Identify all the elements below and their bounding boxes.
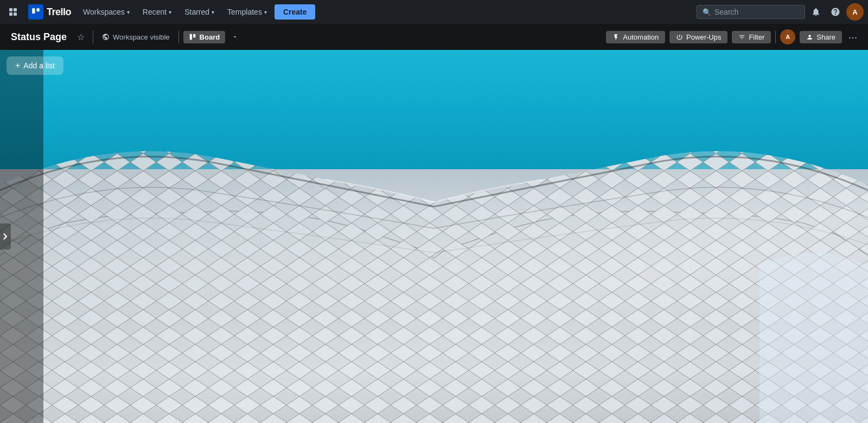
- powerups-button[interactable]: Power-Ups: [669, 31, 727, 43]
- more-options-button[interactable]: ···: [844, 28, 861, 46]
- automation-button[interactable]: Automation: [606, 31, 665, 43]
- starred-menu-button[interactable]: Starred ▾: [179, 4, 220, 20]
- person-icon: [806, 34, 813, 41]
- add-icon: +: [15, 61, 20, 70]
- mesh-svg-overlay: [0, 50, 868, 423]
- app-grid-button[interactable]: [4, 3, 22, 21]
- star-button[interactable]: ☆: [73, 29, 88, 44]
- toolbar-divider-3: [775, 30, 776, 43]
- board-content: + Add a list: [0, 50, 868, 423]
- filter-icon: [738, 34, 745, 41]
- trello-wordmark: Trello: [47, 7, 71, 18]
- svg-rect-3: [14, 12, 17, 16]
- chevron-down-icon: [232, 34, 238, 40]
- workspace-icon: [102, 33, 110, 41]
- notification-button[interactable]: [807, 3, 825, 21]
- board-view-button[interactable]: Board: [183, 31, 226, 43]
- svg-rect-0: [9, 8, 12, 11]
- svg-rect-7: [193, 34, 195, 37]
- chevron-right-icon: [3, 233, 8, 240]
- templates-chevron-icon: ▾: [264, 9, 267, 15]
- lightning-icon: [612, 34, 620, 41]
- toolbar-divider: [93, 30, 93, 43]
- user-avatar-button[interactable]: A: [846, 3, 864, 21]
- search-bar[interactable]: 🔍 Search: [697, 5, 805, 19]
- workspace-visibility-button[interactable]: Workspace visible: [98, 31, 174, 43]
- board-view-icon: [189, 33, 196, 41]
- svg-rect-2: [9, 12, 12, 16]
- top-navigation: Trello Workspaces ▾ Recent ▾ Starred ▾ T…: [0, 0, 868, 24]
- svg-rect-6: [189, 34, 192, 40]
- svg-rect-1: [14, 8, 17, 11]
- workspaces-menu-button[interactable]: Workspaces ▾: [78, 4, 135, 20]
- search-icon: 🔍: [703, 8, 711, 16]
- trello-logo[interactable]: Trello: [24, 4, 75, 20]
- add-list-button[interactable]: + Add a list: [7, 56, 63, 75]
- create-button[interactable]: Create: [275, 4, 316, 20]
- view-menu-button[interactable]: [227, 31, 242, 42]
- sidebar-toggle-button[interactable]: [0, 223, 11, 249]
- board-title[interactable]: Status Page: [7, 29, 71, 45]
- filter-button[interactable]: Filter: [732, 31, 771, 43]
- share-button[interactable]: Share: [800, 31, 842, 43]
- svg-rect-4: [32, 8, 35, 14]
- trello-icon: [28, 4, 43, 20]
- workspaces-chevron-icon: ▾: [127, 9, 130, 15]
- board-toolbar: Status Page ☆ Workspace visible Board Au…: [0, 24, 868, 50]
- board-member-avatar[interactable]: A: [780, 29, 795, 44]
- recent-chevron-icon: ▾: [169, 9, 171, 15]
- recent-menu-button[interactable]: Recent ▾: [137, 4, 177, 20]
- power-icon: [676, 34, 683, 41]
- toolbar-divider-2: [178, 30, 179, 43]
- templates-menu-button[interactable]: Templates ▾: [222, 4, 272, 20]
- starred-chevron-icon: ▾: [212, 9, 214, 15]
- svg-rect-5: [37, 8, 40, 11]
- help-button[interactable]: [827, 3, 844, 21]
